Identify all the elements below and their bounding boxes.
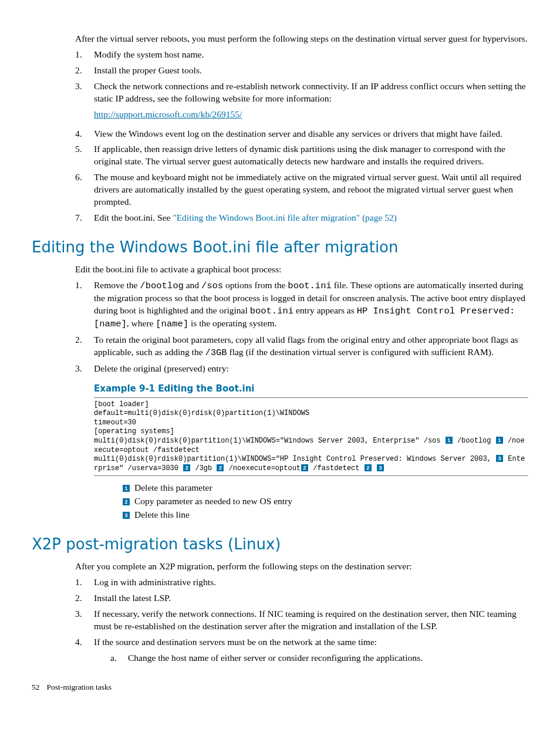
step-text-body: If the source and destination servers mu… <box>94 637 377 647</box>
step-text: Remove the /bootlog and /sos options fro… <box>94 279 528 330</box>
page-footer: 52 Post-migration tasks <box>32 682 528 693</box>
page-number: 52 <box>32 682 45 693</box>
step-text: View the Windows event log on the destin… <box>94 128 528 140</box>
code-inline: [name] <box>156 319 188 329</box>
footer-title: Post-migration tasks <box>46 683 112 691</box>
code-inline: /3GB <box>205 347 227 358</box>
boot-ini-code: [boot loader] default=multi(0)disk(0)rdi… <box>94 400 528 474</box>
code-line: multi(0)disk(0)rdisk0)partition(1)\WINDO… <box>94 455 495 463</box>
step-number: 1. <box>75 279 94 292</box>
step-text: If applicable, then reassign drive lette… <box>94 143 528 168</box>
substep-text: Change the host name of either server or… <box>128 652 423 664</box>
callout-1-text: Delete this parameter <box>134 482 212 494</box>
code-line: [boot loader] <box>94 400 149 409</box>
step-number: 1. <box>75 49 94 61</box>
section-heading-x2p: X2P post-migration tasks (Linux) <box>32 534 528 555</box>
step-text: Delete the original (preserved) entry: <box>94 363 528 375</box>
step-number: 1. <box>75 576 94 589</box>
steps-list-3: 1.Log in with administrative rights. 2.I… <box>75 576 528 667</box>
code-inline: boot.ini <box>288 281 331 291</box>
code-inline: /sos <box>201 281 223 291</box>
code-line: /3gb <box>191 464 216 472</box>
code-line: /fastdetect <box>309 464 364 472</box>
x2p-intro: After you complete an X2P migration, per… <box>75 561 528 573</box>
code-line: multi(0)disk(0)rdisk(0)partition(1)\WIND… <box>94 437 445 445</box>
steps-list-2: 1. Remove the /bootlog and /sos options … <box>75 279 528 374</box>
callout-2-icon: 2 <box>301 464 308 471</box>
step-text: The mouse and keyboard might not be imme… <box>94 171 528 208</box>
example-title: Example 9-1 Editing the Boot.ini <box>94 383 528 394</box>
callout-3-icon: 3 <box>496 455 503 462</box>
callout-2-text: Copy parameter as needed to new OS entry <box>134 495 292 508</box>
t: Remove the <box>94 280 140 290</box>
step-number: 4. <box>75 636 94 649</box>
callout-2-icon: 2 <box>183 464 190 471</box>
step-text: Edit the boot.ini. See "Editing the Wind… <box>94 212 528 224</box>
callout-3-icon: 3 <box>377 464 384 471</box>
callout-1-icon: 1 <box>496 437 503 444</box>
step-number: 5. <box>75 143 94 156</box>
step-text: Install the proper Guest tools. <box>94 65 528 77</box>
step-text: To retain the original boot parameters, … <box>94 334 528 359</box>
t: , where <box>127 318 156 328</box>
callout-1-icon: 1 <box>446 437 453 444</box>
edit-intro: Edit the boot.ini file to activate a gra… <box>75 264 528 276</box>
t: flag (if the destination virtual server … <box>227 347 494 357</box>
divider <box>94 397 528 398</box>
code-line: /noexecute=optout <box>224 464 301 472</box>
kb-link[interactable]: http://support.microsoft.com/kb/269155/ <box>94 109 242 119</box>
t: and <box>184 280 201 290</box>
code-line: /bootlog <box>453 437 495 445</box>
code-inline: boot.ini <box>250 306 294 316</box>
step-number: 2. <box>75 334 94 346</box>
step-number: 2. <box>75 592 94 605</box>
step-number: 3. <box>75 608 94 620</box>
step-number: 4. <box>75 128 94 140</box>
callout-3-text: Delete this line <box>134 509 190 521</box>
step-number: 2. <box>75 65 94 77</box>
callout-3-icon: 3 <box>123 512 130 519</box>
callout-2-icon: 2 <box>365 464 372 471</box>
step-text: If necessary, verify the network connect… <box>94 608 528 633</box>
callout-legend: 1Delete this parameter 2Copy parameter a… <box>122 482 528 521</box>
step-text-body: Check the network connections and re-est… <box>94 81 526 103</box>
t: is the operating system. <box>188 318 276 328</box>
callout-2-icon: 2 <box>123 498 130 505</box>
step-number: 3. <box>75 363 94 375</box>
step-number: 7. <box>75 212 94 224</box>
step-text: Log in with administrative rights. <box>94 576 528 589</box>
step-text: Install the latest LSP. <box>94 592 528 605</box>
intro-paragraph: After the virtual server reboots, you mu… <box>75 33 528 45</box>
step-text: If the source and destination servers mu… <box>94 636 528 667</box>
callout-2-icon: 2 <box>217 464 224 471</box>
steps-list-1: 1.Modify the system host name. 2.Install… <box>75 49 528 224</box>
divider <box>94 475 528 476</box>
step-number: 6. <box>75 171 94 184</box>
step-text-prefix: Edit the boot.ini. See <box>94 212 173 222</box>
step-number: 3. <box>75 80 94 93</box>
code-inline: /bootlog <box>140 281 183 291</box>
step-text: Modify the system host name. <box>94 49 528 61</box>
code-line: default=multi(0)disk(0)rdisk(0)partition… <box>94 409 309 417</box>
code-line: [operating systems] <box>94 427 174 436</box>
step-text: Check the network connections and re-est… <box>94 80 528 124</box>
section-heading-bootini: Editing the Windows Boot.ini file after … <box>32 237 528 258</box>
t: entry appears as <box>294 305 357 315</box>
xref-link[interactable]: "Editing the Windows Boot.ini file after… <box>173 212 397 222</box>
code-line: timeout=30 <box>94 418 136 427</box>
t: options from the <box>223 280 288 290</box>
substep-letter: a. <box>94 652 128 664</box>
callout-1-icon: 1 <box>123 485 130 492</box>
